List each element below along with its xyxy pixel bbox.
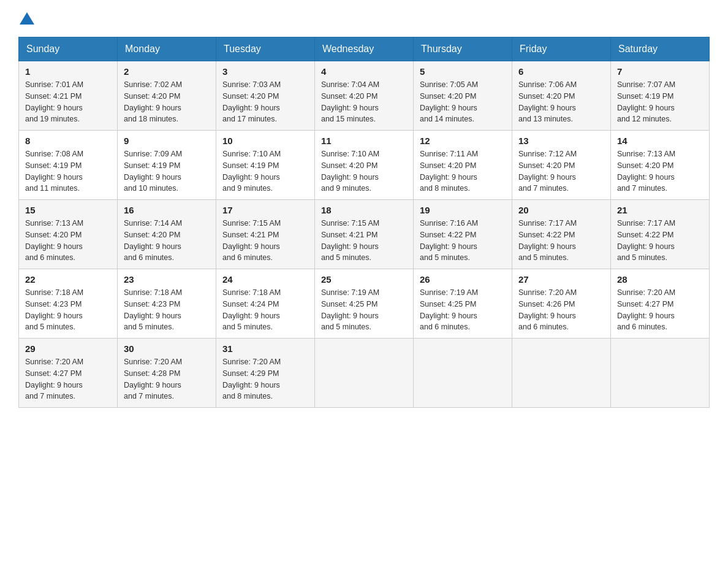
day-number: 23 (124, 274, 210, 285)
calendar-cell: 10Sunrise: 7:10 AMSunset: 4:19 PMDayligh… (216, 131, 315, 200)
calendar-cell (315, 339, 414, 408)
calendar-cell: 20Sunrise: 7:17 AMSunset: 4:22 PMDayligh… (512, 200, 611, 269)
page-header (18, 12, 710, 25)
calendar-cell: 1Sunrise: 7:01 AMSunset: 4:21 PMDaylight… (19, 61, 118, 131)
day-info: Sunrise: 7:13 AMSunset: 4:20 PMDaylight:… (25, 218, 111, 264)
calendar-cell: 21Sunrise: 7:17 AMSunset: 4:22 PMDayligh… (611, 200, 710, 269)
day-info: Sunrise: 7:14 AMSunset: 4:20 PMDaylight:… (124, 218, 210, 264)
calendar-cell: 30Sunrise: 7:20 AMSunset: 4:28 PMDayligh… (118, 339, 216, 408)
day-header-sunday: Sunday (19, 37, 118, 61)
calendar-cell (512, 339, 611, 408)
day-number: 9 (124, 136, 210, 146)
day-header-saturday: Saturday (611, 37, 710, 61)
day-number: 15 (25, 205, 111, 215)
day-number: 5 (420, 66, 506, 77)
day-header-monday: Monday (118, 37, 216, 61)
day-number: 29 (25, 343, 111, 354)
day-info: Sunrise: 7:15 AMSunset: 4:21 PMDaylight:… (321, 218, 407, 264)
calendar-table: SundayMondayTuesdayWednesdayThursdayFrid… (18, 37, 710, 408)
day-number: 11 (321, 136, 407, 146)
calendar-cell: 17Sunrise: 7:15 AMSunset: 4:21 PMDayligh… (216, 200, 315, 269)
day-number: 27 (518, 274, 604, 285)
day-number: 3 (222, 66, 308, 77)
day-info: Sunrise: 7:08 AMSunset: 4:19 PMDaylight:… (25, 148, 111, 194)
day-info: Sunrise: 7:11 AMSunset: 4:20 PMDaylight:… (420, 148, 506, 194)
calendar-cell: 31Sunrise: 7:20 AMSunset: 4:29 PMDayligh… (216, 339, 315, 408)
day-info: Sunrise: 7:04 AMSunset: 4:20 PMDaylight:… (321, 79, 407, 125)
day-number: 8 (25, 136, 111, 146)
calendar-cell: 12Sunrise: 7:11 AMSunset: 4:20 PMDayligh… (414, 131, 512, 200)
calendar-cell (611, 339, 710, 408)
calendar-cell: 14Sunrise: 7:13 AMSunset: 4:20 PMDayligh… (611, 131, 710, 200)
day-number: 19 (420, 205, 506, 215)
calendar-cell: 27Sunrise: 7:20 AMSunset: 4:26 PMDayligh… (512, 269, 611, 339)
calendar-cell: 7Sunrise: 7:07 AMSunset: 4:19 PMDaylight… (611, 61, 710, 131)
day-number: 17 (222, 205, 308, 215)
day-info: Sunrise: 7:18 AMSunset: 4:23 PMDaylight:… (25, 287, 111, 333)
day-info: Sunrise: 7:05 AMSunset: 4:20 PMDaylight:… (420, 79, 506, 125)
day-number: 25 (321, 274, 407, 285)
day-info: Sunrise: 7:16 AMSunset: 4:22 PMDaylight:… (420, 218, 506, 264)
logo (18, 12, 36, 25)
day-number: 7 (617, 66, 703, 77)
calendar-week-row: 22Sunrise: 7:18 AMSunset: 4:23 PMDayligh… (19, 269, 710, 339)
day-number: 24 (222, 274, 308, 285)
day-number: 14 (617, 136, 703, 146)
calendar-cell: 23Sunrise: 7:18 AMSunset: 4:23 PMDayligh… (118, 269, 216, 339)
calendar-cell: 8Sunrise: 7:08 AMSunset: 4:19 PMDaylight… (19, 131, 118, 200)
day-info: Sunrise: 7:02 AMSunset: 4:20 PMDaylight:… (124, 79, 210, 125)
day-number: 16 (124, 205, 210, 215)
day-header-wednesday: Wednesday (315, 37, 414, 61)
calendar-week-row: 15Sunrise: 7:13 AMSunset: 4:20 PMDayligh… (19, 200, 710, 269)
day-header-tuesday: Tuesday (216, 37, 315, 61)
day-number: 30 (124, 343, 210, 354)
day-info: Sunrise: 7:10 AMSunset: 4:19 PMDaylight:… (222, 148, 308, 194)
calendar-cell: 9Sunrise: 7:09 AMSunset: 4:19 PMDaylight… (118, 131, 216, 200)
calendar-cell: 19Sunrise: 7:16 AMSunset: 4:22 PMDayligh… (414, 200, 512, 269)
day-info: Sunrise: 7:06 AMSunset: 4:20 PMDaylight:… (518, 79, 604, 125)
day-number: 4 (321, 66, 407, 77)
calendar-header-row: SundayMondayTuesdayWednesdayThursdayFrid… (19, 37, 710, 61)
calendar-cell: 25Sunrise: 7:19 AMSunset: 4:25 PMDayligh… (315, 269, 414, 339)
day-info: Sunrise: 7:15 AMSunset: 4:21 PMDaylight:… (222, 218, 308, 264)
calendar-week-row: 29Sunrise: 7:20 AMSunset: 4:27 PMDayligh… (19, 339, 710, 408)
day-number: 22 (25, 274, 111, 285)
day-number: 12 (420, 136, 506, 146)
day-number: 6 (518, 66, 604, 77)
day-number: 10 (222, 136, 308, 146)
day-number: 2 (124, 66, 210, 77)
day-header-friday: Friday (512, 37, 611, 61)
day-number: 26 (420, 274, 506, 285)
calendar-cell: 26Sunrise: 7:19 AMSunset: 4:25 PMDayligh… (414, 269, 512, 339)
day-info: Sunrise: 7:09 AMSunset: 4:19 PMDaylight:… (124, 148, 210, 194)
calendar-cell: 15Sunrise: 7:13 AMSunset: 4:20 PMDayligh… (19, 200, 118, 269)
day-number: 21 (617, 205, 703, 215)
calendar-cell: 24Sunrise: 7:18 AMSunset: 4:24 PMDayligh… (216, 269, 315, 339)
day-info: Sunrise: 7:03 AMSunset: 4:20 PMDaylight:… (222, 79, 308, 125)
calendar-cell: 3Sunrise: 7:03 AMSunset: 4:20 PMDaylight… (216, 61, 315, 131)
day-info: Sunrise: 7:20 AMSunset: 4:27 PMDaylight:… (25, 356, 111, 402)
calendar-cell: 28Sunrise: 7:20 AMSunset: 4:27 PMDayligh… (611, 269, 710, 339)
calendar-cell: 22Sunrise: 7:18 AMSunset: 4:23 PMDayligh… (19, 269, 118, 339)
calendar-cell: 11Sunrise: 7:10 AMSunset: 4:20 PMDayligh… (315, 131, 414, 200)
day-info: Sunrise: 7:20 AMSunset: 4:28 PMDaylight:… (124, 356, 210, 402)
day-info: Sunrise: 7:18 AMSunset: 4:23 PMDaylight:… (124, 287, 210, 333)
calendar-cell: 13Sunrise: 7:12 AMSunset: 4:20 PMDayligh… (512, 131, 611, 200)
day-number: 31 (222, 343, 308, 354)
day-number: 20 (518, 205, 604, 215)
calendar-cell: 6Sunrise: 7:06 AMSunset: 4:20 PMDaylight… (512, 61, 611, 131)
day-info: Sunrise: 7:17 AMSunset: 4:22 PMDaylight:… (617, 218, 703, 264)
day-info: Sunrise: 7:01 AMSunset: 4:21 PMDaylight:… (25, 79, 111, 125)
calendar-week-row: 1Sunrise: 7:01 AMSunset: 4:21 PMDaylight… (19, 61, 710, 131)
day-header-thursday: Thursday (414, 37, 512, 61)
calendar-week-row: 8Sunrise: 7:08 AMSunset: 4:19 PMDaylight… (19, 131, 710, 200)
day-number: 28 (617, 274, 703, 285)
day-number: 1 (25, 66, 111, 77)
calendar-cell: 29Sunrise: 7:20 AMSunset: 4:27 PMDayligh… (19, 339, 118, 408)
day-number: 13 (518, 136, 604, 146)
calendar-cell: 16Sunrise: 7:14 AMSunset: 4:20 PMDayligh… (118, 200, 216, 269)
calendar-cell: 18Sunrise: 7:15 AMSunset: 4:21 PMDayligh… (315, 200, 414, 269)
day-info: Sunrise: 7:20 AMSunset: 4:26 PMDaylight:… (518, 287, 604, 333)
calendar-cell (414, 339, 512, 408)
day-info: Sunrise: 7:18 AMSunset: 4:24 PMDaylight:… (222, 287, 308, 333)
